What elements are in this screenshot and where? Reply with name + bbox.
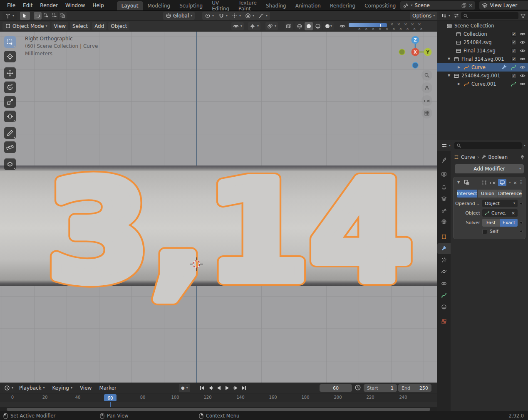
copy-icon[interactable]: [461, 3, 466, 8]
editmode-display-toggle[interactable]: [481, 180, 487, 185]
playhead-line[interactable]: [110, 402, 111, 407]
editor-type-selector[interactable]: ▾: [2, 12, 17, 20]
outliner-row-final-314-svg-001[interactable]: ▼ FInal 314.svg.001 ✓: [437, 55, 528, 63]
timeline-editor-type-selector[interactable]: ▾: [2, 384, 15, 392]
eye-icon[interactable]: [520, 64, 526, 70]
operation-difference-button[interactable]: Difference: [498, 190, 522, 198]
object-field[interactable]: Curve.×: [482, 209, 518, 217]
tab-output[interactable]: [437, 182, 451, 193]
camera-view-button[interactable]: [421, 95, 432, 106]
collection-checkbox[interactable]: ✓: [511, 57, 516, 62]
menu-window[interactable]: Window: [62, 2, 89, 8]
cursor-tool[interactable]: [4, 51, 16, 62]
eye-icon[interactable]: [520, 48, 526, 54]
collection-checkbox[interactable]: ✓: [511, 73, 516, 78]
decorator-dot[interactable]: [520, 202, 523, 205]
timeline-track[interactable]: [0, 402, 437, 407]
next-keyframe-button[interactable]: [232, 385, 239, 391]
properties-editor-type-selector[interactable]: ▾: [440, 141, 452, 150]
gizmo-axis-y-negative[interactable]: [399, 49, 405, 55]
tab-object-data[interactable]: [437, 290, 451, 301]
breadcrumb-modifier[interactable]: Boolean: [488, 154, 508, 160]
eye-icon[interactable]: [520, 73, 526, 79]
tab-modifiers[interactable]: [437, 243, 451, 254]
measure-tool[interactable]: [4, 141, 16, 153]
object-visibility-dropdown[interactable]: ▾: [231, 22, 244, 30]
modifier-drag-handle[interactable]: ⠿: [520, 180, 523, 185]
rotate-tool[interactable]: [4, 82, 16, 93]
outliner-editor-type-selector[interactable]: ▾: [439, 12, 452, 20]
scene-selector[interactable]: ▾ Scene ×: [400, 1, 475, 10]
outliner-row-curve-selected[interactable]: ▶ Curve: [437, 63, 528, 72]
use-preview-range-toggle[interactable]: [354, 384, 361, 391]
select-box-tool[interactable]: [4, 36, 16, 48]
menu-view[interactable]: View: [52, 22, 68, 30]
panel-expand-icon[interactable]: ▼: [456, 181, 461, 184]
jump-to-end-button[interactable]: [240, 385, 248, 391]
menu-playback[interactable]: Playback▾: [16, 385, 48, 391]
tab-object[interactable]: [437, 231, 451, 242]
render-display-toggle[interactable]: [490, 180, 496, 185]
collection-checkbox[interactable]: ✓: [511, 40, 516, 45]
modifier-extras-dropdown[interactable]: ▾: [509, 181, 511, 184]
tab-particles[interactable]: [437, 254, 451, 265]
solver-exact-button[interactable]: Exact: [500, 219, 518, 227]
menu-help[interactable]: Help: [89, 2, 107, 8]
tab-constraints[interactable]: [437, 278, 451, 289]
annotate-tool[interactable]: [4, 127, 16, 139]
operand-type-dropdown[interactable]: Object▾: [482, 200, 518, 207]
menu-object[interactable]: Object: [108, 22, 129, 30]
eye-icon[interactable]: [520, 31, 526, 37]
select-mode-subtract-button[interactable]: [50, 12, 58, 20]
move-tool[interactable]: [4, 67, 16, 79]
jump-to-start-button[interactable]: [198, 385, 206, 391]
menu-add[interactable]: Add: [92, 22, 107, 30]
transform-tool[interactable]: [4, 111, 16, 122]
perspective-toggle-button[interactable]: [421, 108, 432, 119]
options-dropdown[interactable]: Options▾: [410, 12, 437, 20]
current-frame-indicator[interactable]: 60: [104, 394, 117, 401]
close-icon[interactable]: ×: [469, 2, 473, 8]
transform-orientation-dropdown[interactable]: Global ▾: [163, 12, 195, 20]
properties-search-input[interactable]: [454, 142, 522, 149]
outliner-row-curve-001[interactable]: ▶ Curve.001: [437, 80, 528, 88]
tab-tool[interactable]: [437, 155, 451, 166]
eye-icon[interactable]: [340, 23, 345, 29]
auto-keying-toggle[interactable]: ●▾: [179, 384, 190, 392]
tab-render[interactable]: [437, 169, 451, 180]
outliner-row-scene-collection[interactable]: Scene Collection: [437, 22, 528, 30]
show-overlays-dropdown[interactable]: ▾: [265, 22, 278, 30]
proportional-falloff-dropdown[interactable]: ▾: [256, 12, 270, 20]
frame-start-field[interactable]: Start1: [364, 384, 397, 392]
decorator-dot[interactable]: [520, 221, 523, 224]
tab-scene[interactable]: [437, 205, 451, 216]
tab-sculpting[interactable]: Sculpting: [175, 1, 207, 10]
play-reverse-button[interactable]: [215, 385, 223, 391]
menu-marker[interactable]: Marker: [96, 385, 119, 391]
xray-toggle[interactable]: [285, 22, 293, 30]
pin-icon[interactable]: [520, 155, 525, 160]
disclosure-closed-icon[interactable]: ▶: [456, 82, 461, 86]
show-gizmo-dropdown[interactable]: ▾: [248, 22, 260, 30]
header-toggle-x-icons[interactable]: ×××××: [390, 22, 425, 26]
clear-object-button[interactable]: ×: [511, 211, 515, 215]
decorator-dot[interactable]: [520, 230, 523, 233]
modifier-wrench-icon[interactable]: [501, 64, 507, 70]
outliner-row-254084-svg-001[interactable]: ▼ 254084.svg.001 ✓: [437, 72, 528, 80]
tab-view-layer[interactable]: [437, 193, 451, 204]
shading-rendered-button[interactable]: ▾: [323, 22, 334, 30]
eye-icon[interactable]: [520, 40, 526, 45]
select-mode-extend-button[interactable]: [42, 12, 50, 20]
tab-world[interactable]: [437, 216, 451, 227]
add-modifier-button[interactable]: Add Modifier ▾: [455, 164, 524, 173]
current-frame-field[interactable]: 60: [320, 384, 352, 392]
menu-render[interactable]: Render: [36, 2, 62, 8]
tab-texture[interactable]: [437, 316, 451, 327]
proportional-editing-toggle[interactable]: ▾: [243, 12, 257, 20]
collection-checkbox[interactable]: ✓: [511, 32, 516, 37]
scale-tool[interactable]: [4, 96, 16, 108]
play-button[interactable]: [223, 385, 231, 391]
active-tool-button[interactable]: [20, 12, 30, 20]
snap-target-dropdown[interactable]: ▾: [229, 12, 243, 20]
disclosure-open-icon[interactable]: ▼: [446, 74, 451, 77]
